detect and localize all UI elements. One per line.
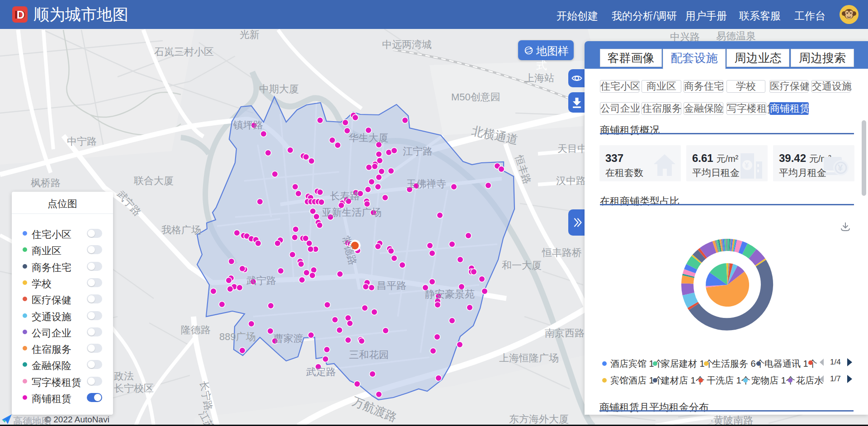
svg-text:和一大厦: 和一大厦	[502, 260, 542, 271]
svg-text:枫桥路: 枫桥路	[31, 177, 61, 189]
svg-text:华生大厦: 华生大厦	[349, 132, 388, 143]
svg-text:亚新生活广场: 亚新生活广场	[322, 207, 382, 218]
svg-text:东方海外大厦: 东方海外大厦	[509, 413, 569, 425]
svg-text:易德温泉: 易德温泉	[716, 30, 756, 42]
svg-text:¥: ¥	[745, 161, 749, 170]
svg-text:江宁路: 江宁路	[403, 146, 433, 157]
svg-text:武定路: 武定路	[306, 366, 336, 378]
svg-text:1/4: 1/4	[830, 358, 841, 366]
svg-text:隆德路: 隆德路	[181, 324, 211, 336]
svg-text:长寿路: 长寿路	[330, 190, 360, 202]
svg-text:曹家渡: 曹家渡	[274, 333, 303, 344]
svg-text:光新: 光新	[240, 29, 259, 40]
svg-text:恒丰路桥: 恒丰路桥	[542, 247, 582, 258]
svg-text:上海站: 上海站	[524, 72, 554, 84]
svg-text:中宁路: 中宁路	[67, 136, 97, 147]
svg-text:镇坪路: 镇坪路	[233, 119, 263, 131]
svg-text:中远两湾城: 中远两湾城	[382, 39, 432, 50]
svg-text:汉中路: 汉中路	[556, 175, 586, 186]
svg-text:昌平路: 昌平路	[377, 280, 406, 291]
svg-text:¥: ¥	[838, 163, 843, 173]
svg-text:三和花园: 三和花园	[349, 349, 389, 360]
svg-text:上海恒隆广场: 上海恒隆广场	[499, 352, 559, 364]
svg-text:1/7: 1/7	[830, 374, 841, 383]
svg-text:889广场: 889广场	[219, 331, 256, 342]
svg-text:政法: 政法	[114, 370, 134, 382]
svg-text:静安豪景苑: 静安豪景苑	[425, 289, 475, 300]
svg-text:长宁校区: 长宁校区	[114, 383, 154, 394]
svg-text:D: D	[17, 9, 24, 21]
svg-text:中期大厦: 中期大厦	[259, 83, 299, 95]
svg-text:武宁路: 武宁路	[246, 275, 276, 286]
svg-text:玉佛禅寺: 玉佛禅寺	[406, 178, 446, 189]
svg-text:南京西路: 南京西路	[545, 327, 585, 339]
svg-text:石岚三村小区: 石岚三村小区	[154, 46, 214, 57]
svg-text:我格广场: 我格广场	[161, 224, 201, 236]
svg-text:联合大厦: 联合大厦	[134, 175, 174, 186]
svg-text:M50创意园: M50创意园	[451, 91, 500, 103]
